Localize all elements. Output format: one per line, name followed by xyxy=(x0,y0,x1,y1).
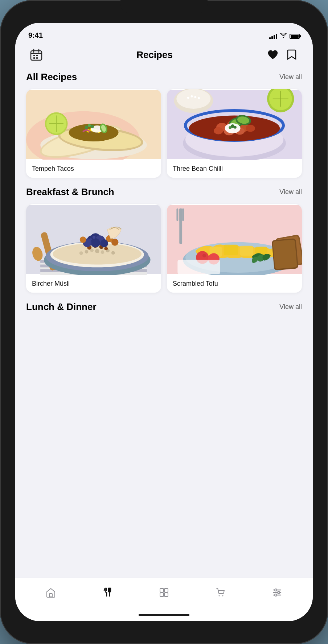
svg-rect-110 xyxy=(164,589,168,592)
svg-rect-98 xyxy=(240,246,253,256)
section-header-all-recipes: All Recipes View all xyxy=(26,71,302,83)
phone-frame: 9:41 xyxy=(0,0,328,644)
phone-screen: 9:41 xyxy=(15,23,313,621)
status-icons xyxy=(269,33,300,40)
svg-point-55 xyxy=(234,126,237,129)
home-indicator xyxy=(139,614,189,616)
svg-point-113 xyxy=(219,595,220,596)
svg-point-33 xyxy=(194,96,196,98)
svg-rect-4 xyxy=(33,55,35,56)
section-title-lunch-dinner: Lunch & Dinner xyxy=(26,301,97,313)
recipe-label-scrambled-tofu: Scrambled Tofu xyxy=(167,275,302,293)
bookmarks-button[interactable] xyxy=(284,47,300,63)
svg-rect-106 xyxy=(273,240,297,269)
view-all-lunch-dinner[interactable]: View all xyxy=(279,303,302,311)
svg-point-22 xyxy=(88,124,91,127)
recipe-card-tempeh-tacos[interactable]: Tempeh Tacos xyxy=(26,89,161,178)
calendar-icon xyxy=(30,48,43,61)
recipe-label-tempeh-tacos: Tempeh Tacos xyxy=(26,160,161,178)
header-actions xyxy=(265,47,300,63)
bottom-nav xyxy=(15,578,313,614)
wifi-icon xyxy=(280,33,287,40)
svg-point-84 xyxy=(93,236,95,239)
view-all-all-recipes[interactable]: View all xyxy=(279,73,302,81)
section-title-breakfast-brunch: Breakfast & Brunch xyxy=(26,186,114,198)
svg-point-67 xyxy=(85,250,89,253)
favorites-button[interactable] xyxy=(265,47,281,63)
nav-item-home[interactable] xyxy=(39,584,62,601)
recipe-image-three-bean-chilli xyxy=(167,89,302,160)
section-breakfast-brunch: Breakfast & Brunch View all xyxy=(15,186,313,301)
svg-rect-107 xyxy=(177,260,220,274)
svg-point-120 xyxy=(275,594,277,596)
svg-point-23 xyxy=(90,125,94,128)
section-header-breakfast-brunch: Breakfast & Brunch View all xyxy=(26,186,302,198)
section-all-recipes: All Recipes View all xyxy=(15,71,313,186)
svg-point-46 xyxy=(246,125,255,132)
nav-item-shopping[interactable] xyxy=(209,584,232,601)
tacos-illustration xyxy=(26,89,161,160)
svg-rect-5 xyxy=(36,55,38,56)
battery-icon xyxy=(290,34,300,39)
svg-point-88 xyxy=(80,236,86,243)
svg-rect-111 xyxy=(160,593,164,596)
recipe-card-bircher-musli[interactable]: Bircher Müsli xyxy=(26,204,161,293)
calendar-button[interactable] xyxy=(28,47,44,63)
scroll-content[interactable]: All Recipes View all xyxy=(15,69,313,578)
recipe-label-three-bean-chilli: Three Bean Chilli xyxy=(167,160,302,178)
tofu-illustration xyxy=(167,204,302,275)
recipe-image-bircher-musli xyxy=(26,204,161,275)
svg-point-70 xyxy=(101,250,104,254)
svg-point-31 xyxy=(187,97,189,99)
nav-item-meal-plan[interactable] xyxy=(152,584,176,601)
chilli-illustration xyxy=(167,89,302,160)
page-title: Recipes xyxy=(136,49,173,61)
status-time: 9:41 xyxy=(28,31,43,40)
recipe-grid-all-recipes: Tempeh Tacos xyxy=(26,89,302,178)
svg-rect-93 xyxy=(182,209,184,221)
svg-point-72 xyxy=(79,251,83,255)
home-icon xyxy=(45,587,57,598)
svg-point-81 xyxy=(91,238,100,247)
svg-rect-112 xyxy=(164,593,168,596)
bircher-illustration xyxy=(26,204,161,275)
section-header-lunch-dinner: Lunch & Dinner View all xyxy=(26,301,302,313)
svg-point-118 xyxy=(275,589,277,591)
recipe-grid-breakfast-brunch: Bircher Müsli xyxy=(26,204,302,293)
recipe-card-scrambled-tofu[interactable]: Scrambled Tofu xyxy=(167,204,302,293)
svg-rect-97 xyxy=(224,245,238,255)
svg-point-47 xyxy=(214,127,223,135)
notch xyxy=(120,0,208,13)
meal-plan-icon xyxy=(158,587,170,598)
recipe-card-three-bean-chilli[interactable]: Three Bean Chilli xyxy=(167,89,302,178)
svg-point-77 xyxy=(104,247,108,251)
view-all-breakfast-brunch[interactable]: View all xyxy=(279,188,302,196)
svg-point-102 xyxy=(202,254,206,257)
svg-rect-109 xyxy=(160,589,164,592)
svg-rect-108 xyxy=(49,594,52,597)
nav-item-recipes[interactable] xyxy=(96,584,119,601)
fork-knife-icon xyxy=(102,587,113,598)
svg-point-85 xyxy=(90,238,92,240)
svg-rect-7 xyxy=(36,57,38,59)
svg-point-21 xyxy=(85,125,89,129)
settings-icon xyxy=(271,587,283,598)
battery-fill xyxy=(291,35,299,38)
svg-rect-92 xyxy=(179,209,181,221)
svg-point-34 xyxy=(198,97,200,99)
header: Recipes xyxy=(15,42,313,69)
svg-point-87 xyxy=(111,239,119,246)
recipe-image-scrambled-tofu xyxy=(167,204,302,275)
heart-icon xyxy=(267,50,278,60)
svg-point-54 xyxy=(229,126,231,129)
svg-point-32 xyxy=(191,95,193,98)
shopping-cart-icon xyxy=(215,587,226,598)
recipe-label-bircher-musli: Bircher Müsli xyxy=(26,275,161,293)
svg-point-73 xyxy=(111,251,115,255)
nav-item-settings[interactable] xyxy=(266,584,289,601)
status-bar: 9:41 xyxy=(15,23,313,42)
home-indicator-wrap xyxy=(15,614,313,621)
svg-point-69 xyxy=(95,249,99,253)
svg-point-114 xyxy=(222,595,224,596)
recipe-image-tempeh-tacos xyxy=(26,89,161,160)
